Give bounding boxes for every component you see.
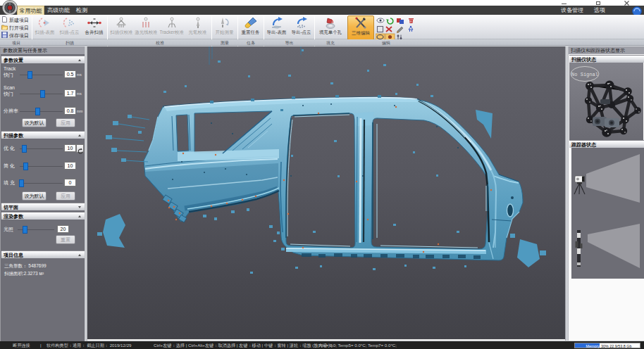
svg-text:No Signal: No Signal: [571, 72, 598, 77]
